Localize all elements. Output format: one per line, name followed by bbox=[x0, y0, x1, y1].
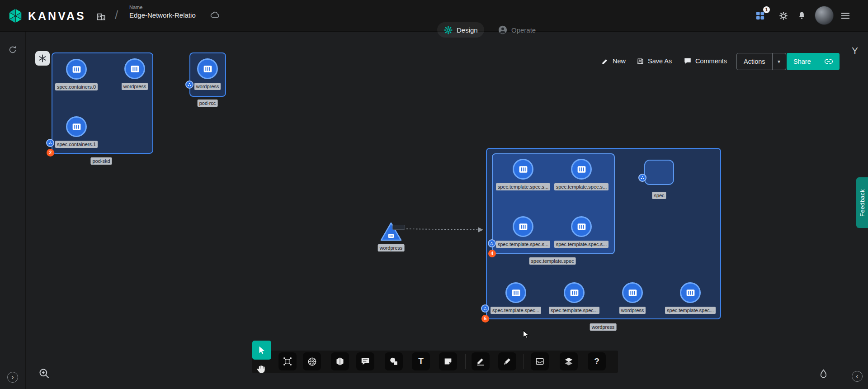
container-icon bbox=[124, 58, 145, 79]
node-label: spec.template.spec.s... bbox=[496, 183, 551, 190]
help-tool[interactable]: ? bbox=[588, 352, 606, 370]
node-spec-containers-0[interactable]: spec.containers.0 bbox=[42, 59, 110, 90]
zoom-icon[interactable] bbox=[38, 367, 50, 380]
help-icon: ? bbox=[594, 356, 599, 366]
integrations-icon bbox=[283, 356, 292, 366]
group-label: spec.template.spec bbox=[529, 257, 576, 265]
actions-dropdown[interactable]: ▾ bbox=[772, 53, 786, 70]
node-label: wordpress bbox=[619, 307, 646, 314]
sync-icon[interactable] bbox=[8, 45, 18, 55]
pod-mini-icon[interactable] bbox=[488, 239, 496, 247]
node-template-container[interactable]: spec.template.spec... bbox=[656, 282, 724, 314]
pencil-tool[interactable] bbox=[472, 352, 490, 370]
pen-icon bbox=[502, 356, 512, 366]
kanvas-logo-icon bbox=[7, 8, 24, 24]
link-icon bbox=[824, 57, 833, 66]
node-template-container[interactable]: spec.template.spec.s... bbox=[547, 159, 615, 190]
shapes-icon bbox=[389, 356, 399, 366]
error-count-badge[interactable]: 2 bbox=[47, 149, 54, 157]
new-button[interactable]: New bbox=[601, 55, 626, 67]
pod-mini-icon[interactable] bbox=[638, 174, 646, 182]
feedback-tab[interactable]: Feedback bbox=[856, 177, 868, 228]
text-tool-icon: T bbox=[418, 356, 424, 366]
pencil-icon bbox=[601, 57, 609, 65]
asterisk-button[interactable] bbox=[35, 51, 50, 66]
kubernetes-tool[interactable] bbox=[303, 352, 321, 370]
tab-operate[interactable]: Operate bbox=[491, 22, 542, 38]
node-wordpress-container[interactable]: wordpress bbox=[174, 58, 241, 90]
node-label: spec.template.spec... bbox=[549, 307, 599, 314]
service-node-label: wordpress bbox=[378, 244, 405, 251]
container-icon bbox=[564, 282, 585, 303]
breadcrumb-separator: / bbox=[115, 8, 118, 22]
save-as-button[interactable]: Save As bbox=[637, 55, 672, 67]
copy-link-button[interactable] bbox=[818, 53, 840, 70]
pod-mini-icon[interactable] bbox=[481, 304, 489, 313]
node-label: spec.containers.1 bbox=[55, 141, 98, 148]
layers-icon bbox=[564, 356, 574, 366]
pod-mini-icon[interactable] bbox=[46, 139, 54, 147]
hand-icon bbox=[256, 363, 268, 375]
pod-mini-icon[interactable] bbox=[185, 81, 193, 89]
container-icon bbox=[571, 216, 592, 237]
dock-separator bbox=[524, 354, 524, 369]
brand-y-glyph: Y bbox=[852, 45, 858, 56]
edge-port-chip bbox=[392, 225, 405, 230]
pen-tool[interactable] bbox=[498, 352, 516, 370]
operate-person-icon bbox=[498, 25, 508, 35]
design-name-input[interactable] bbox=[129, 11, 205, 21]
avatar[interactable] bbox=[815, 6, 834, 25]
tab-design[interactable]: Design bbox=[437, 22, 484, 38]
note-icon bbox=[443, 356, 453, 366]
name-field-label: Name bbox=[129, 5, 205, 10]
share-button[interactable]: Share bbox=[787, 53, 840, 70]
node-template-container[interactable]: spec.template.spec... bbox=[482, 282, 550, 314]
integrations-tool[interactable] bbox=[278, 352, 297, 370]
comments-button[interactable]: Comments bbox=[684, 55, 727, 67]
expand-panel-button[interactable]: › bbox=[7, 372, 18, 383]
kanvas-app: KANVAS / Name bbox=[0, 0, 868, 389]
menu-icon[interactable] bbox=[840, 10, 851, 21]
layers-tool[interactable] bbox=[560, 352, 578, 370]
node-label: spec bbox=[652, 192, 666, 199]
tray-tool[interactable] bbox=[531, 352, 549, 370]
container-icon bbox=[66, 59, 87, 80]
new-label: New bbox=[613, 57, 626, 65]
cloud-upload-icon[interactable] bbox=[209, 10, 221, 20]
drop-icon[interactable] bbox=[818, 369, 829, 379]
select-tool[interactable] bbox=[252, 341, 271, 360]
node-template-container[interactable]: spec.template.spec... bbox=[540, 282, 608, 314]
comment-tool[interactable] bbox=[356, 352, 374, 370]
error-count-badge[interactable]: 5 bbox=[481, 315, 489, 323]
group-label: pod-skd bbox=[90, 157, 112, 165]
text-tool[interactable]: T bbox=[412, 352, 430, 370]
container-icon bbox=[513, 159, 533, 180]
node-label: spec.template.spec.s... bbox=[554, 183, 609, 190]
gear-icon[interactable] bbox=[778, 11, 788, 21]
save-as-label: Save As bbox=[648, 57, 672, 65]
node-wordpress-container[interactable]: wordpress bbox=[101, 58, 169, 90]
pencil-icon bbox=[476, 356, 486, 366]
kanvas-logo[interactable]: KANVAS bbox=[7, 8, 86, 24]
meshery-icon bbox=[335, 356, 345, 366]
organization-icon[interactable] bbox=[96, 11, 106, 21]
node-spec[interactable] bbox=[644, 160, 674, 185]
error-count-badge[interactable]: 4 bbox=[488, 250, 496, 257]
cursor-icon bbox=[257, 345, 267, 355]
pan-tool[interactable] bbox=[254, 361, 269, 377]
actions-button[interactable]: Actions ▾ bbox=[736, 53, 786, 70]
shapes-tool[interactable] bbox=[385, 352, 403, 370]
node-template-container[interactable]: spec.template.spec.s... bbox=[547, 216, 615, 248]
note-tool[interactable] bbox=[439, 352, 457, 370]
design-name-block: Name bbox=[129, 5, 205, 21]
node-template-container[interactable]: spec.template.spec.s... bbox=[489, 159, 557, 190]
chevron-right-icon: › bbox=[11, 374, 14, 381]
node-label: spec.template.spec... bbox=[665, 307, 716, 314]
collapse-panel-button[interactable]: ‹ bbox=[852, 371, 863, 382]
service-triangle-icon bbox=[379, 221, 403, 242]
node-template-container[interactable]: spec.template.spec.s... bbox=[489, 216, 557, 248]
actions-label: Actions bbox=[737, 53, 772, 70]
bell-icon[interactable] bbox=[797, 11, 807, 20]
node-label: wordpress bbox=[122, 83, 148, 90]
meshery-tool[interactable] bbox=[331, 352, 349, 370]
